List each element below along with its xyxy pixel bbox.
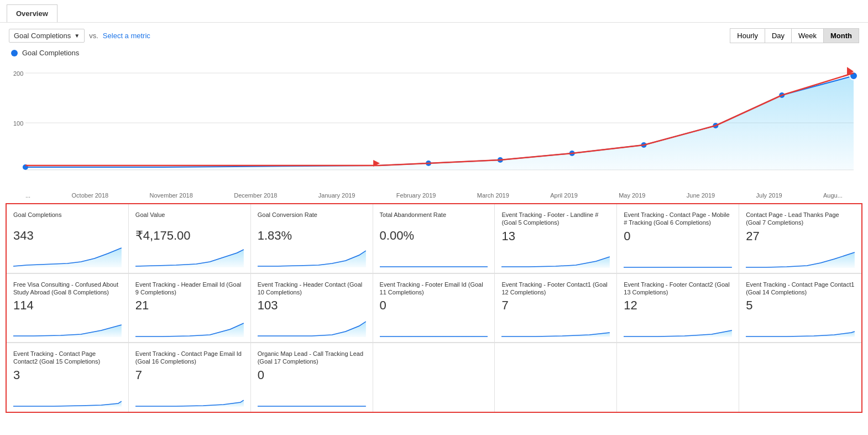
metric-value: 12 bbox=[624, 298, 732, 313]
metric-dropdown[interactable]: Goal Completions ▼ bbox=[9, 29, 85, 43]
time-btn-month[interactable]: Month bbox=[823, 28, 859, 43]
x-label: February 2019 bbox=[396, 192, 436, 199]
metric-card-empty5 bbox=[495, 343, 617, 412]
metric-card-goal16[interactable]: Event Tracking - Contact Page Email Id (… bbox=[129, 343, 251, 412]
mini-chart bbox=[501, 246, 610, 268]
chevron-down-icon: ▼ bbox=[74, 33, 80, 39]
metric-value: ₹4,175.00 bbox=[135, 229, 244, 243]
metric-title: Event Tracking - Contact Page - Mobile #… bbox=[624, 211, 732, 227]
mini-chart bbox=[258, 315, 366, 337]
x-label: November 2018 bbox=[150, 192, 193, 199]
metric-value: 7 bbox=[501, 298, 610, 313]
mini-chart bbox=[13, 245, 122, 267]
x-label: May 2019 bbox=[619, 192, 645, 199]
metric-title: Event Tracking - Contact Page Contact2 (… bbox=[13, 350, 122, 366]
metric-value: 114 bbox=[13, 298, 122, 313]
x-label: June 2019 bbox=[687, 192, 715, 199]
metric-title: Free Visa Consulting - Confused About St… bbox=[13, 281, 122, 297]
metric-value: 0 bbox=[380, 298, 488, 313]
metric-title: Total Abandonment Rate bbox=[380, 211, 488, 226]
select-metric-link[interactable]: Select a metric bbox=[103, 32, 150, 40]
mini-chart bbox=[746, 315, 855, 337]
metric-title: Event Tracking - Footer Email Id (Goal 1… bbox=[380, 281, 488, 297]
metric-card-empty7 bbox=[739, 343, 861, 412]
metric-title: Goal Conversion Rate bbox=[258, 211, 366, 226]
svg-marker-22 bbox=[746, 252, 855, 268]
mini-chart bbox=[501, 315, 610, 337]
metric-value: 0.00% bbox=[380, 229, 488, 243]
metric-card-abandonment-rate[interactable]: Total Abandonment Rate 0.00% bbox=[373, 204, 495, 273]
legend-label: Goal Completions bbox=[22, 49, 79, 57]
metric-card-goal-completions[interactable]: Goal Completions 343 bbox=[7, 204, 129, 273]
metrics-row-3: Event Tracking - Contact Page Contact2 (… bbox=[7, 343, 861, 412]
metric-card-goal10[interactable]: Event Tracking - Header Contact (Goal 10… bbox=[251, 274, 373, 343]
metric-title: Organic Map Lead - Call Tracking Lead (G… bbox=[258, 350, 366, 366]
mini-chart bbox=[135, 315, 244, 337]
overview-tab[interactable]: Overview bbox=[7, 4, 57, 22]
x-label: April 2019 bbox=[550, 192, 578, 199]
controls-row: Goal Completions ▼ vs. Select a metric H… bbox=[9, 28, 859, 43]
metric-title: Goal Completions bbox=[13, 211, 122, 226]
svg-marker-16 bbox=[13, 248, 122, 267]
mini-chart bbox=[380, 245, 488, 267]
metric-title: Goal Value bbox=[135, 211, 244, 226]
metric-value: 3 bbox=[13, 368, 122, 382]
metric-title: Event Tracking - Contact Page Contact1 (… bbox=[746, 281, 855, 297]
mini-chart bbox=[258, 385, 366, 407]
chart-legend: Goal Completions bbox=[9, 49, 859, 57]
metric-card-goal7[interactable]: Contact Page - Lead Thanks Page (Goal 7 … bbox=[739, 204, 861, 273]
metric-card-goal9[interactable]: Event Tracking - Header Email Id (Goal 9… bbox=[129, 274, 251, 343]
metric-card-conversion-rate[interactable]: Goal Conversion Rate 1.83% bbox=[251, 204, 373, 273]
mini-chart bbox=[746, 246, 855, 268]
x-label: July 2019 bbox=[756, 192, 782, 199]
metric-card-goal14[interactable]: Event Tracking - Contact Page Contact1 (… bbox=[739, 274, 861, 343]
svg-text:100: 100 bbox=[13, 120, 23, 127]
time-btn-week[interactable]: Week bbox=[791, 28, 823, 43]
mini-chart bbox=[13, 315, 122, 337]
x-label: ... bbox=[25, 192, 30, 199]
main-chart: 200 100 bbox=[9, 59, 859, 181]
mini-chart bbox=[13, 385, 122, 407]
metric-card-goal13[interactable]: Event Tracking - Footer Contact2 (Goal 1… bbox=[617, 274, 739, 343]
svg-text:200: 200 bbox=[13, 70, 23, 77]
metric-card-empty6 bbox=[617, 343, 739, 412]
metric-value: 0 bbox=[624, 229, 732, 244]
mini-chart bbox=[135, 385, 244, 407]
mini-chart bbox=[380, 315, 488, 337]
metric-title: Contact Page - Lead Thanks Page (Goal 7 … bbox=[746, 211, 855, 227]
metric-title: Event Tracking - Contact Page Email Id (… bbox=[135, 350, 244, 366]
time-btn-day[interactable]: Day bbox=[765, 28, 791, 43]
x-label: December 2018 bbox=[234, 192, 277, 199]
metric-card-empty4 bbox=[373, 343, 495, 412]
mini-chart bbox=[624, 246, 732, 268]
mini-chart bbox=[135, 245, 244, 267]
metric-value: 27 bbox=[746, 229, 855, 244]
metric-card-goal8[interactable]: Free Visa Consulting - Confused About St… bbox=[7, 274, 129, 343]
x-label: October 2018 bbox=[72, 192, 109, 199]
metrics-section: Goal Completions 343 Goal Value ₹4,175.0… bbox=[6, 203, 862, 413]
chart-container: 200 100 bbox=[9, 59, 859, 192]
metric-card-goal6[interactable]: Event Tracking - Contact Page - Mobile #… bbox=[617, 204, 739, 273]
metrics-row-1: Goal Completions 343 Goal Value ₹4,175.0… bbox=[7, 204, 861, 274]
time-btn-hourly[interactable]: Hourly bbox=[730, 28, 765, 43]
metric-card-goal17[interactable]: Organic Map Lead - Call Tracking Lead (G… bbox=[251, 343, 373, 412]
metric-title: Event Tracking - Footer - Landline # (Go… bbox=[501, 211, 610, 227]
legend-dot bbox=[11, 50, 18, 56]
metric-card-goal12[interactable]: Event Tracking - Footer Contact1 (Goal 1… bbox=[495, 274, 617, 343]
metric-card-goal11[interactable]: Event Tracking - Footer Email Id (Goal 1… bbox=[373, 274, 495, 343]
time-buttons: Hourly Day Week Month bbox=[730, 28, 859, 43]
metric-value: 7 bbox=[135, 368, 244, 382]
metric-value: 103 bbox=[258, 298, 366, 313]
metric-title: Event Tracking - Header Email Id (Goal 9… bbox=[135, 281, 244, 297]
metric-card-goal5[interactable]: Event Tracking - Footer - Landline # (Go… bbox=[495, 204, 617, 273]
svg-marker-25 bbox=[258, 322, 366, 337]
metric-value: 343 bbox=[13, 229, 122, 243]
x-label: March 2019 bbox=[477, 192, 509, 199]
metric-value: 21 bbox=[135, 298, 244, 313]
metric-card-goal15[interactable]: Event Tracking - Contact Page Contact2 (… bbox=[7, 343, 129, 412]
metric-card-goal-value[interactable]: Goal Value ₹4,175.00 bbox=[129, 204, 251, 273]
left-controls: Goal Completions ▼ vs. Select a metric bbox=[9, 29, 150, 43]
metric-title: Event Tracking - Footer Contact1 (Goal 1… bbox=[501, 281, 610, 297]
metric-dropdown-label: Goal Completions bbox=[14, 32, 71, 40]
vs-label: vs. bbox=[89, 32, 98, 40]
